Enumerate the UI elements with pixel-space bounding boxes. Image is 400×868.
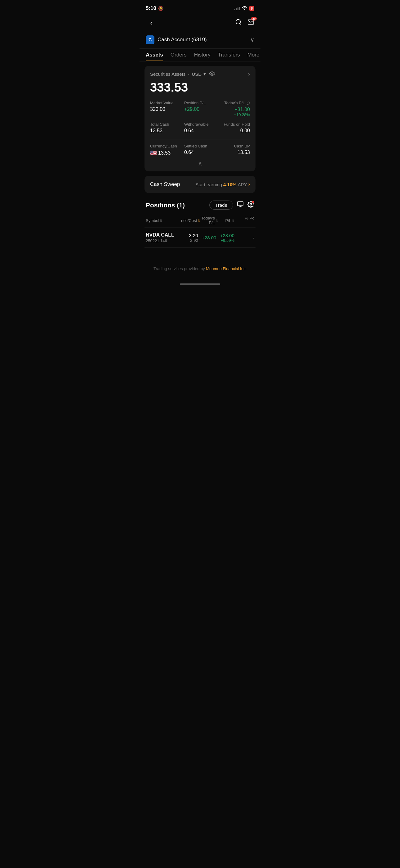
notifications-badge: 20 [251,17,257,21]
currency-cash-label: Currency/Cash [150,144,182,148]
market-value-label: Market Value [150,101,182,105]
account-logo: C [146,35,155,44]
signal-icon [234,7,240,10]
sweep-text: Start earning [195,182,222,187]
nav-right: 20 [235,19,254,27]
today-pl-percent: +10.28% [218,113,250,117]
col-today-pl[interactable]: Today's P/L ⇅ [201,216,218,225]
footer-text: Trading services provided by [154,266,205,271]
cash-sweep-action: Start earning 4.10% APY › [195,182,250,187]
chevron-up-icon: ∧ [198,160,202,167]
tab-orders[interactable]: Orders [171,52,187,61]
funds-hold-value: 0.00 [218,128,250,133]
account-info: C Cash Account (6319) [146,35,207,44]
footer-link[interactable]: Moomoo Financial Inc. [206,266,246,271]
metrics-grid: Market Value 320.00 Position P/L +29.00 … [150,101,250,133]
sort-icon: ⇅ [198,219,200,222]
settings-button[interactable] [247,201,254,210]
col-pl[interactable]: P/L ⇅ [219,216,234,225]
us-flag-icon: 🇺🇸 [150,150,157,156]
positions-actions: Trade [209,200,254,210]
settled-cash-metric: Settled Cash 0.64 [184,144,216,156]
total-cash-label: Total Cash [150,122,182,127]
sort-icon: ⇅ [232,219,234,222]
row-price: 3.20 2.92 [181,233,198,243]
cash-sweep-card[interactable]: Cash Sweep Start earning 4.10% APY › [144,176,256,193]
sweep-apy-label: APY [238,182,247,187]
back-button[interactable]: ‹ [146,18,157,29]
home-indicator [139,280,261,290]
battery-level: 8 [251,6,253,10]
row-symbol: NVDA CALL 250221 146 [146,232,180,243]
sort-icon: ⇅ [160,219,162,222]
securities-label: Securities Assets [150,71,186,77]
sweep-arrow-icon: › [248,182,250,187]
svg-point-3 [211,73,213,74]
market-value-metric: Market Value 320.00 [150,101,182,117]
cash-bp-label: Cash BP [218,144,250,148]
funds-hold-label: Funds on Hold [218,122,250,127]
withdrawable-label: Withdrawable [184,122,216,127]
top-nav: ‹ 20 [139,15,261,32]
position-pl-label: Position P/L [184,101,216,105]
settings-notification-dot [252,201,254,203]
card-divider [150,139,250,140]
cash-bp-value: 13.53 [218,150,250,155]
tab-more[interactable]: More [247,52,260,61]
cash-sweep-label: Cash Sweep [150,181,180,187]
total-cash-metric: Total Cash 13.53 [150,122,182,133]
card-header-left: Securities Assets · USD ▼ [150,71,215,77]
tab-history[interactable]: History [194,52,210,61]
currency-chevron-icon: ▼ [203,72,206,76]
home-bar [180,283,220,285]
account-selector[interactable]: C Cash Account (6319) ∨ [139,32,261,49]
currency-selector[interactable]: USD ▼ [192,71,206,77]
table-row[interactable]: NVDA CALL 250221 146 3.20 2.92 +28.00 +2… [144,228,256,248]
collapse-button[interactable]: ∧ [150,160,250,167]
footer: Trading services provided by Moomoo Fina… [139,248,261,280]
card-arrow-icon[interactable]: › [248,71,250,77]
currency-cash-metric: Currency/Cash 🇺🇸 13.53 [150,144,182,156]
mail-button[interactable]: 20 [247,19,254,27]
positions-table: Symbol ⇅ rice/Cost ⇅ Today's P/L ⇅ P/L ⇅… [139,214,261,248]
battery-icon: 8 [249,6,254,11]
positions-header: Positions (1) Trade [139,197,261,214]
search-button[interactable] [235,19,242,27]
market-value-value: 320.00 [150,106,182,112]
funds-hold-metric: Funds on Hold 0.00 [218,122,250,133]
row-pct: · [236,235,254,240]
status-time: 5:10 [146,5,156,11]
sweep-apy: 4.10% [223,182,237,187]
transfer-button[interactable] [237,201,244,210]
assets-card: Securities Assets · USD ▼ › 333.53 Marke… [144,66,256,172]
today-pl-metric: Today's P/L ⬡ +31.00 +10.28% [218,101,250,117]
account-name: Cash Account (6319) [158,37,207,43]
visibility-icon[interactable] [209,71,215,77]
table-header: Symbol ⇅ rice/Cost ⇅ Today's P/L ⇅ P/L ⇅… [144,214,256,228]
account-chevron-icon: ∨ [250,36,254,43]
share-icon[interactable]: ⬡ [246,101,250,105]
withdrawable-value: 0.64 [184,128,216,133]
cash-bp-metric: Cash BP 13.53 [218,144,250,156]
svg-point-0 [244,9,245,10]
total-value: 333.53 [150,81,250,94]
today-pl-label: Today's P/L ⬡ [218,101,250,105]
position-pl-metric: Position P/L +29.00 [184,101,216,117]
row-pl: +28.00 +9.59% [218,233,234,243]
positions-title: Positions (1) [146,202,185,209]
position-pl-value: +29.00 [184,106,216,112]
wifi-icon [242,6,247,11]
col-symbol[interactable]: Symbol ⇅ [146,216,180,225]
mute-icon: 🔕 [158,6,163,11]
back-arrow-icon: ‹ [150,19,152,27]
tab-assets[interactable]: Assets [146,52,163,61]
currency-grid: Currency/Cash 🇺🇸 13.53 Settled Cash 0.64… [150,144,250,156]
col-price[interactable]: rice/Cost ⇅ [181,216,200,225]
tab-transfers[interactable]: Transfers [218,52,240,61]
svg-line-2 [240,23,241,25]
currency-cash-value: 🇺🇸 13.53 [150,150,182,156]
trade-button[interactable]: Trade [209,200,233,210]
row-today-pl: +28.00 [199,235,216,240]
sort-icon: ⇅ [215,219,218,222]
total-cash-value: 13.53 [150,128,182,133]
